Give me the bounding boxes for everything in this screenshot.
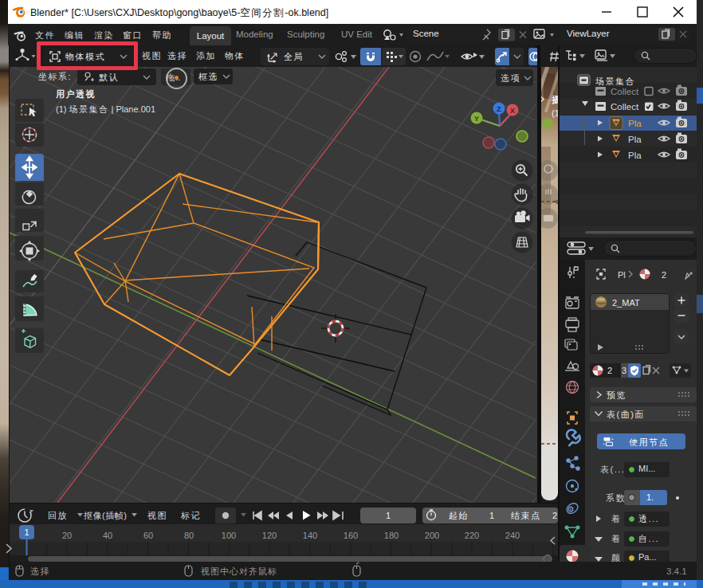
svg-text:40: 40 <box>103 531 112 540</box>
svg-text:2: 2 <box>662 270 666 280</box>
svg-text:Pla: Pla <box>628 119 642 128</box>
svg-text:200: 200 <box>425 531 439 540</box>
svg-text:100: 100 <box>222 531 236 540</box>
svg-text:240: 240 <box>505 531 520 540</box>
svg-text:起始: 起始 <box>449 511 469 520</box>
svg-text:140: 140 <box>303 531 317 540</box>
svg-text:摄: 摄 <box>551 95 558 104</box>
svg-text:视图: 视图 <box>147 511 167 520</box>
svg-text:1: 1 <box>489 511 494 520</box>
svg-text:160: 160 <box>344 531 358 540</box>
svg-text:场景集合: 场景集合 <box>595 76 635 86</box>
svg-text:20: 20 <box>62 531 72 540</box>
svg-text:Pla: Pla <box>628 151 642 160</box>
svg-text:3.4.1: 3.4.1 <box>666 566 687 576</box>
svg-text:80: 80 <box>184 531 194 540</box>
svg-text:180: 180 <box>384 531 399 540</box>
svg-text:2: 2 <box>552 511 557 520</box>
svg-text:X: X <box>510 106 516 115</box>
svg-text:Z: Z <box>497 104 501 113</box>
svg-text:Collect: Collect <box>611 87 639 96</box>
svg-text:Pla: Pla <box>628 135 642 144</box>
svg-text:Y: Y <box>474 114 480 123</box>
svg-text:标记: 标记 <box>180 511 201 520</box>
svg-text:60: 60 <box>143 531 153 540</box>
svg-text:回放: 回放 <box>48 511 68 520</box>
svg-text:选择: 选择 <box>30 566 50 576</box>
svg-text:抠像(插帧): 抠像(插帧) <box>84 511 127 520</box>
svg-text:Collect: Collect <box>611 102 639 112</box>
svg-text:视图中心对齐鼠标: 视图中心对齐鼠标 <box>201 566 277 576</box>
svg-text:1: 1 <box>24 527 29 537</box>
svg-text:结束点: 结束点 <box>511 511 541 520</box>
svg-text:(1: (1 <box>552 108 558 118</box>
svg-text:Pl: Pl <box>618 270 626 280</box>
svg-text:1: 1 <box>386 511 391 520</box>
svg-text:220: 220 <box>465 531 479 540</box>
svg-text:120: 120 <box>262 531 277 540</box>
